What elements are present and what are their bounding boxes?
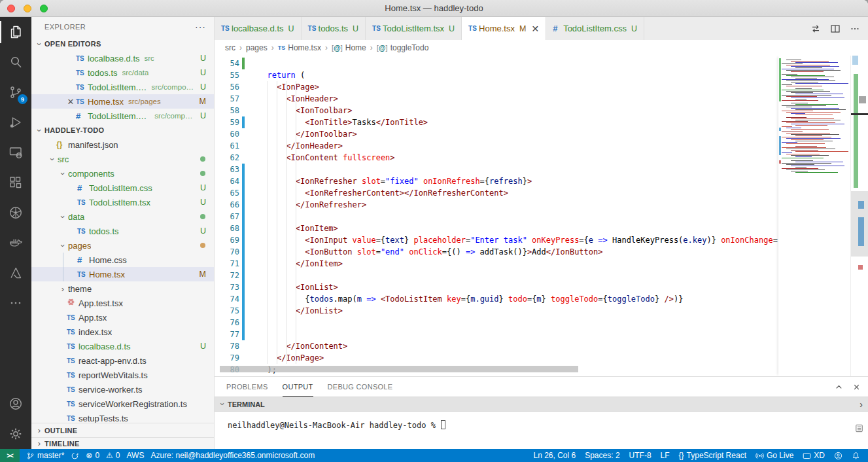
remote-indicator[interactable]: >< <box>0 449 20 462</box>
status-azure-neil-haddleyoffice365-onmicrosoft-com[interactable]: Azure: neil@haddleyoffice365.onmicrosoft… <box>150 451 315 460</box>
close-panel-icon[interactable] <box>852 382 861 392</box>
terminal-tabs-icon[interactable] <box>854 423 864 435</box>
terminal-section-header[interactable]: › TERMINAL › <box>215 397 868 412</box>
activity-docker-icon[interactable] <box>0 228 31 258</box>
code-line-78[interactable]: 78 </IonContent> <box>215 340 778 352</box>
code-editor[interactable]: 5455 return (56 <IonPage>57 <IonHeader>5… <box>215 56 868 376</box>
status-eol[interactable]: LF <box>661 451 670 460</box>
open-editor-TodoListItem.css[interactable]: #TodoListItem.csssrc/compo...U <box>31 109 214 123</box>
tree-item-App.tsx[interactable]: TSApp.tsx <box>31 310 214 325</box>
code-line-56[interactable]: 56 <IonPage> <box>215 81 778 93</box>
code-line-74[interactable]: 74 {todos.map(m => <TodoListItem key={m.… <box>215 293 778 305</box>
breadcrumb-item-Home.tsx[interactable]: TSHome.tsx <box>278 43 321 52</box>
open-editors-section-header[interactable]: › OPEN EDITORS <box>31 37 214 51</box>
tree-item-TodoListItem.tsx[interactable]: TSTodoListItem.tsxU <box>31 195 214 209</box>
overview-ruler[interactable] <box>850 56 868 376</box>
activity-more-icon[interactable] <box>0 288 31 318</box>
tree-item-reportWebVitals.ts[interactable]: TSreportWebVitals.ts <box>31 368 214 382</box>
timeline-section-header[interactable]: › TIMELINE <box>31 437 214 449</box>
status-go-live[interactable]: Go Live <box>755 451 793 460</box>
status-indentation[interactable]: Spaces: 2 <box>585 451 619 460</box>
code-line-57[interactable]: 57 <IonHeader> <box>215 93 778 105</box>
tree-item-theme[interactable]: ›theme <box>31 281 214 296</box>
breadcrumb-item-src[interactable]: src <box>225 43 235 52</box>
project-section-header[interactable]: › HADDLEY-TODO <box>31 123 214 137</box>
code-line-65[interactable]: 65 <IonRefresherContent></IonRefresherCo… <box>215 187 778 199</box>
more-actions-icon[interactable] <box>847 21 863 37</box>
code-line-71[interactable]: 71 </IonItem> <box>215 258 778 270</box>
open-editor-Home.tsx[interactable]: ✕TSHome.tsxsrc/pagesM <box>31 94 214 109</box>
tab-TodoListItem.tsx[interactable]: TSTodoListItem.tsxU <box>366 17 462 40</box>
tab-Home.tsx[interactable]: TSHome.tsxM✕ <box>462 17 546 40</box>
status-master-[interactable]: master* <box>26 451 64 460</box>
outline-section-header[interactable]: › OUTLINE <box>31 423 214 437</box>
code-line-67[interactable]: 67 <box>215 211 778 222</box>
code-line-68[interactable]: 68 <IonItem> <box>215 222 778 234</box>
panel-tab-debug-console[interactable]: DEBUG CONSOLE <box>328 377 393 397</box>
tree-item-components[interactable]: ›components <box>31 166 214 181</box>
code-line-54[interactable]: 54 <box>215 58 778 69</box>
activity-search-icon[interactable] <box>0 47 31 77</box>
panel-tab-problems[interactable]: PROBLEMS <box>226 377 268 397</box>
breadcrumb-item-toggleTodo[interactable]: [@]toggleTodo <box>377 43 429 52</box>
code-line-63[interactable]: 63 <box>215 164 778 175</box>
tree-item-localbase.d.ts[interactable]: TSlocalbase.d.tsU <box>31 339 214 353</box>
open-editor-todos.ts[interactable]: TStodos.tssrc/dataU <box>31 65 214 80</box>
code-line-60[interactable]: 60 </IonToolbar> <box>215 128 778 140</box>
activity-kubernetes-icon[interactable] <box>0 198 31 228</box>
close-editor-icon[interactable]: ✕ <box>65 97 76 107</box>
activity-source-control-icon[interactable]: 9 <box>0 77 31 107</box>
tab-TodoListItem.css[interactable]: #TodoListItem.cssU <box>546 17 644 40</box>
tree-item-data[interactable]: ›data <box>31 209 214 224</box>
tree-item-service-worker.ts[interactable]: TSservice-worker.ts <box>31 382 214 397</box>
open-changes-icon[interactable] <box>808 21 824 37</box>
split-editor-icon[interactable] <box>827 21 843 37</box>
status-cursor-position[interactable]: Ln 26, Col 6 <box>533 451 576 460</box>
activity-accounts-icon[interactable] <box>0 389 31 419</box>
activity-explorer-icon[interactable] <box>0 17 31 47</box>
code-line-76[interactable]: 76 <box>215 317 778 329</box>
activity-remote-explorer-icon[interactable] <box>0 137 31 168</box>
tree-item-pages[interactable]: ›pages <box>31 238 214 253</box>
tree-item-index.tsx[interactable]: TSindex.tsx <box>31 325 214 339</box>
code-line-79[interactable]: 79 </IonPage> <box>215 352 778 364</box>
minimap[interactable] <box>778 56 850 376</box>
panel-tab-output[interactable]: OUTPUT <box>283 377 313 397</box>
horizontal-scrollbar[interactable] <box>220 366 578 372</box>
code-line-61[interactable]: 61 </IonHeader> <box>215 140 778 152</box>
explorer-more-actions-icon[interactable]: ··· <box>195 22 206 32</box>
zoom-window-button[interactable] <box>40 5 48 12</box>
code-line-59[interactable]: 59 <IonTitle>Tasks</IonTitle> <box>215 116 778 128</box>
activity-settings-icon[interactable] <box>0 419 31 449</box>
tree-item-todos.ts[interactable]: TStodos.tsU <box>31 224 214 238</box>
tree-item-TodoListItem.css[interactable]: #TodoListItem.cssU <box>31 181 214 195</box>
tab-localbase.d.ts[interactable]: TSlocalbase.d.tsU <box>215 17 302 40</box>
minimize-window-button[interactable] <box>24 5 31 12</box>
status-language-mode[interactable]: {}TypeScript React <box>679 451 746 460</box>
open-editor-TodoListItem.tsx[interactable]: TSTodoListItem.tsxsrc/compon...U <box>31 80 214 94</box>
status-adobe-xd[interactable]: XD <box>803 451 825 460</box>
breadcrumb-item-Home[interactable]: [@]Home <box>332 43 366 52</box>
code-line-73[interactable]: 73 <IonList> <box>215 281 778 293</box>
tree-item-src[interactable]: ›src <box>31 152 214 166</box>
status-0[interactable]: ⚠0 <box>106 451 120 460</box>
status-notifications[interactable] <box>852 452 860 460</box>
code-line-64[interactable]: 64 <IonRefresher slot="fixed" onIonRefre… <box>215 175 778 187</box>
tree-item-Home.tsx[interactable]: TSHome.tsxM <box>31 267 214 281</box>
code-line-58[interactable]: 58 <IonToolbar> <box>215 105 778 116</box>
status-aws[interactable]: AWS <box>127 451 145 460</box>
code-line-77[interactable]: 77 <box>215 329 778 340</box>
status-item[interactable] <box>71 452 79 460</box>
code-line-75[interactable]: 75 </IonList> <box>215 305 778 317</box>
terminal[interactable]: neilhaddley@Neils-MacBook-Air haddley-to… <box>215 412 868 449</box>
code-line-55[interactable]: 55 return ( <box>215 69 778 81</box>
status-0[interactable]: ⊗0 <box>86 451 99 460</box>
close-window-button[interactable] <box>7 5 15 12</box>
open-editor-localbase.d.ts[interactable]: TSlocalbase.d.tssrcU <box>31 51 214 65</box>
tree-item-react-app-env.d.ts[interactable]: TSreact-app-env.d.ts <box>31 353 214 368</box>
tree-item-Home.css[interactable]: #Home.css <box>31 253 214 267</box>
activity-extensions-icon[interactable] <box>0 168 31 198</box>
activity-run-debug-icon[interactable] <box>0 107 31 137</box>
tree-item-App.test.tsx[interactable]: App.test.tsx <box>31 296 214 310</box>
code-line-66[interactable]: 66 </IonRefresher> <box>215 199 778 211</box>
